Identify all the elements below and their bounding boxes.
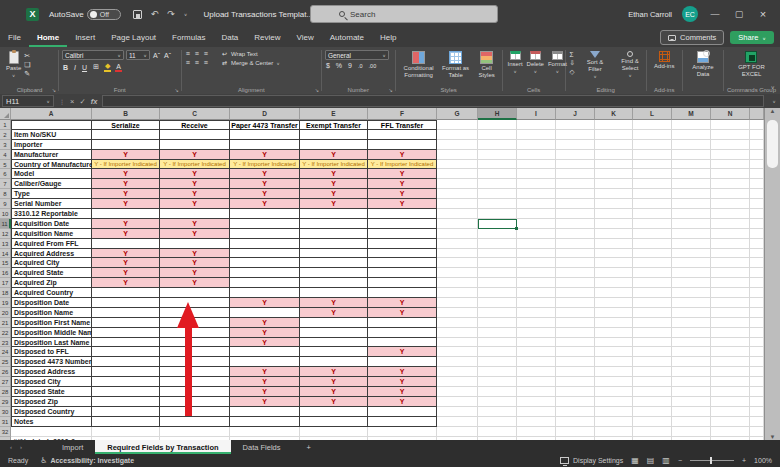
cell-empty[interactable] [672, 288, 711, 298]
cell-b14[interactable]: Y [92, 249, 160, 259]
merge-center-button[interactable]: Merge & Center [231, 60, 273, 66]
cell-empty[interactable] [633, 357, 672, 367]
number-format-select[interactable]: General∨ [325, 50, 389, 60]
cell-empty[interactable] [437, 357, 478, 367]
cell-empty[interactable] [750, 318, 764, 328]
cell-empty[interactable] [750, 387, 764, 397]
cell-empty[interactable] [633, 249, 672, 259]
cell-empty[interactable] [672, 377, 711, 387]
cell-empty[interactable] [556, 427, 595, 437]
cell-empty[interactable] [556, 140, 595, 150]
cell-empty[interactable] [672, 328, 711, 338]
cell-empty[interactable] [711, 199, 750, 209]
cell-f12[interactable] [368, 229, 437, 239]
column-header-e[interactable]: E [300, 108, 368, 120]
sheet-prev-icon[interactable]: ‹ [10, 444, 12, 450]
cell-empty[interactable] [478, 189, 517, 199]
cell-a30[interactable]: Disposed Country [11, 407, 92, 417]
cell-f4[interactable]: Y [368, 150, 437, 160]
cell-empty[interactable] [633, 308, 672, 318]
cell-empty[interactable] [750, 258, 764, 268]
cell-empty[interactable] [556, 328, 595, 338]
cell-b19[interactable] [92, 298, 160, 308]
row-header-15[interactable]: 15 [0, 258, 11, 268]
cell-f31[interactable] [368, 417, 437, 427]
cell-empty[interactable] [556, 169, 595, 179]
cell-d30[interactable] [230, 407, 300, 417]
cell-empty[interactable] [556, 347, 595, 357]
ribbon-tab-data[interactable]: Data [213, 28, 246, 47]
cell-empty[interactable] [672, 219, 711, 229]
column-header-f[interactable]: F [368, 108, 437, 120]
cell-empty[interactable] [517, 169, 556, 179]
cell-c10[interactable] [160, 209, 230, 219]
cell-empty[interactable] [478, 199, 517, 209]
row-header-21[interactable]: 21 [0, 318, 11, 328]
cell-d32[interactable] [230, 427, 300, 437]
cell-empty[interactable] [478, 298, 517, 308]
cell-f30[interactable] [368, 407, 437, 417]
cell-empty[interactable] [750, 308, 764, 318]
cell-e13[interactable] [300, 239, 368, 249]
cell-f2[interactable] [368, 130, 437, 140]
cell-empty[interactable] [711, 219, 750, 229]
cell-empty[interactable] [478, 367, 517, 377]
row-header-1[interactable]: 1 [0, 120, 11, 130]
cell-empty[interactable] [750, 417, 764, 427]
cell-empty[interactable] [633, 179, 672, 189]
cell-empty[interactable] [750, 357, 764, 367]
cell-empty[interactable] [437, 229, 478, 239]
cell-empty[interactable] [478, 239, 517, 249]
grow-font-icon[interactable]: Aˆ [152, 52, 161, 59]
cell-b24[interactable] [92, 347, 160, 357]
formula-input[interactable] [102, 95, 764, 107]
cell-empty[interactable] [750, 347, 764, 357]
cell-f10[interactable] [368, 209, 437, 219]
cell-a21[interactable]: Disposition First Name [11, 318, 92, 328]
row-header-6[interactable]: 6 [0, 169, 11, 179]
cell-empty[interactable] [437, 407, 478, 417]
confirm-entry-icon[interactable]: ✓ [79, 97, 85, 106]
cell-b26[interactable] [92, 367, 160, 377]
cell-c4[interactable]: Y [160, 150, 230, 160]
cell-c6[interactable]: Y [160, 169, 230, 179]
cell-empty[interactable] [595, 328, 633, 338]
expand-formula-bar-icon[interactable]: ∨ [772, 99, 776, 104]
cell-empty[interactable] [556, 407, 595, 417]
cell-empty[interactable] [437, 367, 478, 377]
cell-empty[interactable] [437, 387, 478, 397]
cell-empty[interactable] [672, 140, 711, 150]
cell-e31[interactable] [300, 417, 368, 427]
cell-empty[interactable] [633, 367, 672, 377]
row-header-3[interactable]: 3 [0, 140, 11, 150]
cell-empty[interactable] [556, 288, 595, 298]
cell-empty[interactable] [633, 130, 672, 140]
cell-b22[interactable] [92, 328, 160, 338]
column-header-l[interactable]: L [633, 108, 672, 120]
cell-d31[interactable] [230, 417, 300, 427]
cell-empty[interactable] [478, 140, 517, 150]
cell-a14[interactable]: Acquired Address [11, 249, 92, 259]
ribbon-tab-help[interactable]: Help [372, 28, 404, 47]
cell-empty[interactable] [517, 407, 556, 417]
cell-b30[interactable] [92, 407, 160, 417]
cell-empty[interactable] [595, 120, 633, 130]
cell-c32[interactable] [160, 427, 230, 437]
cell-a25[interactable]: Disposed 4473 Number [11, 357, 92, 367]
cell-e7[interactable]: Y [300, 179, 368, 189]
undo-icon[interactable]: ↶ [151, 9, 159, 19]
cell-d26[interactable]: Y [230, 367, 300, 377]
zoom-level[interactable]: 100% [754, 457, 772, 464]
ribbon-tab-file[interactable]: File [0, 28, 29, 47]
cell-empty[interactable] [595, 397, 633, 407]
fill-color-icon[interactable]: ◆ [104, 62, 111, 72]
redo-icon[interactable]: ↷ [167, 9, 175, 19]
cell-empty[interactable] [595, 308, 633, 318]
cell-empty[interactable] [672, 338, 711, 348]
cell-empty[interactable] [556, 209, 595, 219]
cell-empty[interactable] [437, 219, 478, 229]
cell-empty[interactable] [556, 377, 595, 387]
cell-a7[interactable]: Caliber/Gauge [11, 179, 92, 189]
page-break-view-icon[interactable]: ▥ [662, 456, 670, 465]
cell-a17[interactable]: Acquired Zip [11, 278, 92, 288]
